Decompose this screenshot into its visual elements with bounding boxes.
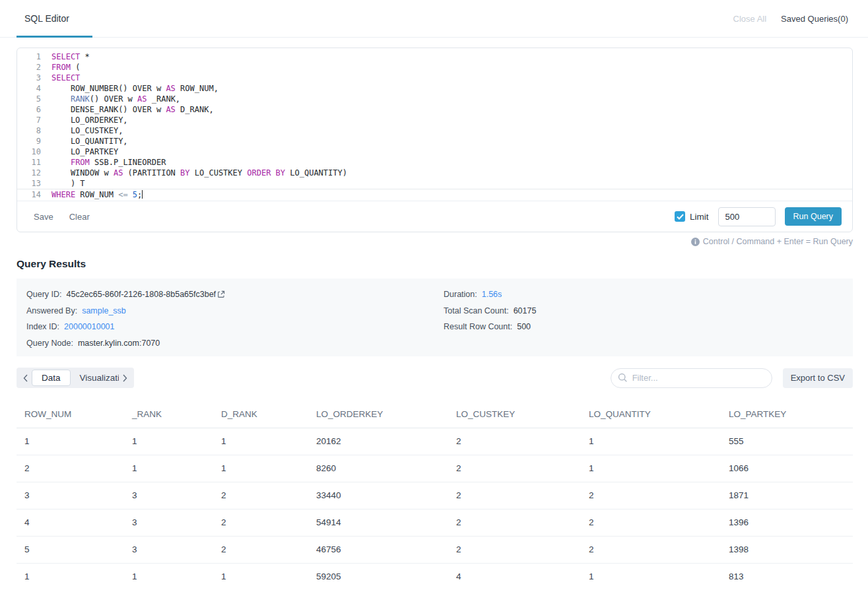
code-line-text: FROM SSB.P_LINEORDER xyxy=(48,157,166,168)
run-query-button[interactable]: Run Query xyxy=(785,207,842,226)
column-header: ROW_NUM xyxy=(17,401,124,428)
query-info-label: Total Scan Count: xyxy=(444,306,509,315)
table-cell: 3 xyxy=(124,536,213,563)
saved-queries-button[interactable]: Saved Queries(0) xyxy=(781,14,848,24)
query-info-value[interactable]: 1.56s xyxy=(482,290,502,299)
table-cell: 2 xyxy=(213,536,308,563)
column-header: D_RANK xyxy=(213,401,308,428)
table-cell: 46756 xyxy=(308,536,448,563)
table-cell: 2 xyxy=(213,509,308,536)
table-cell: 33440 xyxy=(308,482,448,509)
export-to-csv-button[interactable]: Export to CSV xyxy=(783,368,853,388)
chevron-left-icon[interactable] xyxy=(21,374,30,382)
query-info-value[interactable]: 20000010001 xyxy=(64,322,114,331)
filter-input[interactable] xyxy=(611,368,772,388)
code-line-text: LO_QUANTITY, xyxy=(48,136,128,147)
code-line: 2FROM ( xyxy=(17,62,852,73)
query-info-row: Query Node:master.kylin.com:7070 xyxy=(26,335,225,352)
code-line-text: LO_PARTKEY xyxy=(48,147,118,157)
table-cell: 1 xyxy=(213,428,308,455)
table-cell: 1 xyxy=(213,455,308,482)
table-cell: 2 xyxy=(581,482,721,509)
query-info-panel: Query ID:45c2ec65-860f-2126-1808-8b5a65f… xyxy=(17,279,853,356)
sql-editor-card: 1SELECT *2FROM (3SELECT4 ROW_NUMBER() OV… xyxy=(17,48,853,232)
limit-checkbox[interactable] xyxy=(675,211,685,222)
table-row: 1115920541813 xyxy=(17,563,853,590)
code-line: 12 WINDOW w AS (PARTITION BY LO_CUSTKEY … xyxy=(17,168,852,178)
sql-code-editor[interactable]: 1SELECT *2FROM (3SELECT4 ROW_NUMBER() OV… xyxy=(17,48,852,201)
table-cell: 2 xyxy=(448,455,581,482)
table-cell: 555 xyxy=(721,428,853,455)
chevron-right-icon[interactable] xyxy=(120,374,129,382)
query-info-label: Answered By: xyxy=(26,306,77,315)
table-cell: 1 xyxy=(17,563,124,590)
table-cell: 1396 xyxy=(721,509,853,536)
code-line-text: FROM ( xyxy=(48,62,80,73)
code-line: 5 RANK() OVER w AS _RANK, xyxy=(17,94,852,104)
code-line: 14WHERE ROW_NUM <= 5; xyxy=(17,189,852,200)
results-tab-visualization[interactable]: Visualization xyxy=(71,370,119,386)
line-number: 1 xyxy=(17,51,48,62)
editor-toolbar: Save Clear Limit Run Query xyxy=(17,201,852,232)
tab-sql-editor-label: SQL Editor xyxy=(24,13,69,24)
table-row: 53246756221398 xyxy=(17,536,853,563)
query-info-value: master.kylin.com:7070 xyxy=(78,339,160,348)
editor-tabbar: SQL Editor Close All Saved Queries(0) xyxy=(0,0,868,38)
filter-field xyxy=(611,368,772,388)
line-number: 5 xyxy=(17,94,48,104)
code-line-text: LO_ORDERKEY, xyxy=(48,115,128,125)
code-line-text: SELECT * xyxy=(48,51,90,62)
query-info-left-column: Query ID:45c2ec65-860f-2126-1808-8b5a65f… xyxy=(26,286,225,351)
results-tab-data[interactable]: Data xyxy=(32,370,71,386)
table-cell: 1 xyxy=(124,455,213,482)
column-header: _RANK xyxy=(124,401,213,428)
line-number: 10 xyxy=(17,147,48,157)
search-icon xyxy=(618,373,628,385)
code-line: 1SELECT * xyxy=(17,51,852,62)
query-info-value: 500 xyxy=(517,322,531,331)
code-line-text: SELECT xyxy=(48,73,80,83)
limit-label: Limit xyxy=(690,212,709,222)
column-header: LO_CUSTKEY xyxy=(448,401,581,428)
code-line: 10 LO_PARTKEY xyxy=(17,147,852,157)
table-cell: 2 xyxy=(213,482,308,509)
table-row: 1112016221555 xyxy=(17,428,853,455)
external-link-icon[interactable] xyxy=(217,290,225,298)
table-cell: 4 xyxy=(448,563,581,590)
query-info-row: Index ID:20000010001 xyxy=(26,319,225,335)
code-line: 8 LO_CUSTKEY, xyxy=(17,125,852,136)
run-query-hint-text: Control / Command + Enter = Run Query xyxy=(703,237,853,246)
table-cell: 8260 xyxy=(308,455,448,482)
query-info-label: Query Node: xyxy=(26,339,73,348)
query-info-row: Result Row Count:500 xyxy=(444,319,536,335)
table-cell: 2 xyxy=(581,536,721,563)
results-toolbar-right: Export to CSV xyxy=(611,368,853,388)
query-results-table: ROW_NUM_RANKD_RANKLO_ORDERKEYLO_CUSTKEYL… xyxy=(17,401,853,590)
code-line: 6 DENSE_RANK() OVER w AS D_RANK, xyxy=(17,104,852,115)
close-all-button[interactable]: Close All xyxy=(733,14,767,24)
run-query-hint: Control / Command + Enter = Run Query xyxy=(691,237,853,246)
results-view-tabs: DataVisualization xyxy=(32,370,119,386)
code-line: 11 FROM SSB.P_LINEORDER xyxy=(17,157,852,168)
limit-input[interactable] xyxy=(718,207,776,226)
query-info-value: 45c2ec65-860f-2126-1808-8b5a65fc3bef xyxy=(67,290,217,299)
table-cell: 2 xyxy=(581,509,721,536)
table-cell: 1 xyxy=(124,428,213,455)
table-row: 43254914221396 xyxy=(17,509,853,536)
line-number: 2 xyxy=(17,62,48,73)
query-info-label: Query ID: xyxy=(26,290,62,299)
query-info-label: Index ID: xyxy=(26,322,59,331)
column-header: LO_ORDERKEY xyxy=(308,401,448,428)
table-cell: 3 xyxy=(17,482,124,509)
code-line-text: WINDOW w AS (PARTITION BY LO_CUSTKEY ORD… xyxy=(48,168,347,178)
code-line: 9 LO_QUANTITY, xyxy=(17,136,852,147)
line-number: 9 xyxy=(17,136,48,147)
query-info-value[interactable]: sample_ssb xyxy=(82,306,126,315)
table-cell: 2 xyxy=(448,509,581,536)
line-number: 14 xyxy=(17,189,48,200)
tab-sql-editor[interactable]: SQL Editor xyxy=(17,1,92,38)
query-info-right-column: Duration:1.56sTotal Scan Count:60175Resu… xyxy=(444,286,536,335)
save-button[interactable]: Save xyxy=(34,212,53,222)
run-controls: Limit Run Query xyxy=(675,207,842,226)
clear-button[interactable]: Clear xyxy=(69,212,90,222)
